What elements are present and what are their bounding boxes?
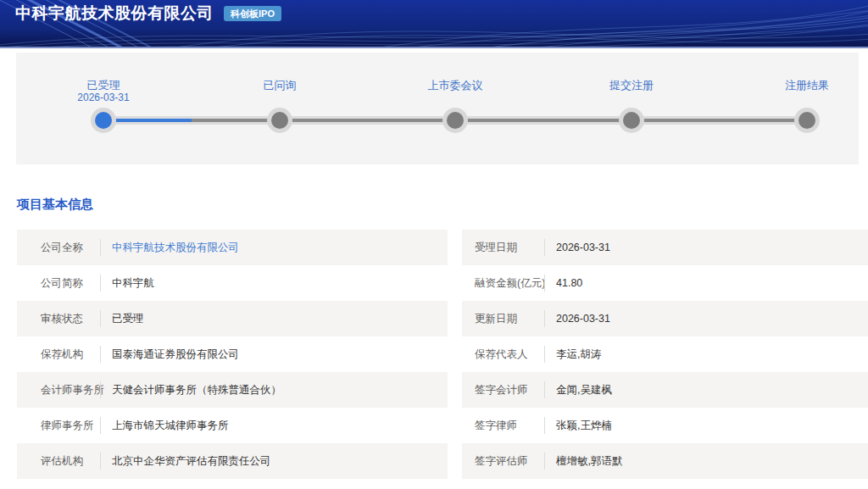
timeline-step-accepted: 已受理 2026-03-31 <box>40 79 167 103</box>
field-value: 41.80 <box>545 277 582 289</box>
field-label: 更新日期 <box>462 312 544 326</box>
step-label: 上市委会议 <box>392 79 519 92</box>
table-row: 审核状态 已受理 <box>17 301 448 336</box>
table-row: 公司全称 中科宇航技术股份有限公司 <box>17 230 448 265</box>
field-label: 签字评估师 <box>462 454 544 469</box>
section-title-basic-info: 项目基本信息 <box>17 197 93 213</box>
table-row: 融资金额(亿元) 41.80 <box>462 265 868 301</box>
table-row: 更新日期 2026-03-31 <box>462 301 868 336</box>
table-row: 评估机构 北京中企华资产评估有限责任公司 <box>17 443 448 479</box>
timeline-card: 已受理 2026-03-31 已问询 上市委会议 提交注册 注册结果 <box>16 53 859 164</box>
field-label: 签字会计师 <box>462 383 544 397</box>
field-value: 北京中企华资产评估有限责任公司 <box>101 454 271 469</box>
market-ipo-badge: 科创板IPO <box>224 6 281 21</box>
table-row: 受理日期 2026-03-31 <box>462 230 868 265</box>
field-value: 2026-03-31 <box>545 242 610 253</box>
table-row: 签字律师 张颖,王烨楠 <box>462 408 868 443</box>
node-dot <box>95 112 112 129</box>
table-row: 公司简称 中科宇航 <box>17 265 448 301</box>
node-dot <box>447 112 464 129</box>
timeline-step-inquired: 已问询 <box>216 79 343 92</box>
node-dot <box>271 112 288 129</box>
basic-info-table-right: 受理日期 2026-03-31 融资金额(亿元) 41.80 更新日期 2026… <box>462 230 868 479</box>
basic-info-table-left: 公司全称 中科宇航技术股份有限公司 公司简称 中科宇航 审核状态 已受理 保荐机… <box>17 230 448 479</box>
field-value: 已受理 <box>101 312 144 326</box>
field-value: 张颖,王烨楠 <box>545 419 612 433</box>
page-title: 中科宇航技术股份有限公司 <box>15 3 214 24</box>
field-label: 公司全称 <box>17 241 100 255</box>
field-label: 会计师事务所 <box>17 383 100 397</box>
table-row: 会计师事务所 天健会计师事务所（特殊普通合伙） <box>17 372 448 408</box>
timeline-step-submit-registration: 提交注册 <box>568 79 695 92</box>
field-label: 受理日期 <box>462 241 544 255</box>
timeline-step-committee-meeting: 上市委会议 <box>392 79 519 92</box>
node-dot <box>798 112 815 129</box>
table-row: 保荐代表人 李运,胡涛 <box>462 336 868 372</box>
table-row: 签字评估师 檀增敏,郭语默 <box>462 443 868 479</box>
field-label: 律师事务所 <box>17 419 100 433</box>
page-header: 中科宇航技术股份有限公司 科创板IPO <box>0 0 868 48</box>
field-label: 签字律师 <box>462 419 544 433</box>
timeline-progress-bar <box>103 119 192 122</box>
step-label: 注册结果 <box>743 79 868 92</box>
table-row: 律师事务所 上海市锦天城律师事务所 <box>17 408 448 443</box>
timeline-node-submit-registration <box>619 108 644 133</box>
field-label: 公司简称 <box>17 276 100 291</box>
field-label: 保荐代表人 <box>462 347 544 362</box>
table-row: 签字会计师 金闻,吴建枫 <box>462 372 868 408</box>
field-value: 2026-03-31 <box>545 313 610 325</box>
step-label: 已问询 <box>216 79 343 92</box>
timeline-node-registration-result <box>794 108 820 133</box>
timeline-node-committee-meeting <box>442 108 468 133</box>
timeline-node-accepted <box>91 108 116 133</box>
field-value: 李运,胡涛 <box>545 347 601 362</box>
node-dot <box>623 112 640 129</box>
field-value: 上海市锦天城律师事务所 <box>101 419 229 433</box>
company-name-link[interactable]: 中科宇航技术股份有限公司 <box>101 241 239 255</box>
step-label: 已受理 <box>40 79 167 92</box>
field-label: 审核状态 <box>17 312 100 326</box>
field-label: 保荐机构 <box>17 347 100 362</box>
field-value: 檀增敏,郭语默 <box>545 454 622 469</box>
field-value: 天健会计师事务所（特殊普通合伙） <box>101 383 281 397</box>
field-label: 融资金额(亿元) <box>462 276 544 291</box>
step-date: 2026-03-31 <box>40 92 167 103</box>
field-value: 国泰海通证券股份有限公司 <box>101 347 239 362</box>
table-row: 保荐机构 国泰海通证券股份有限公司 <box>17 336 448 372</box>
step-label: 提交注册 <box>568 79 695 92</box>
field-label: 评估机构 <box>17 454 100 469</box>
field-value: 中科宇航 <box>101 276 154 291</box>
timeline-step-registration-result: 注册结果 <box>743 79 868 92</box>
field-value: 金闻,吴建枫 <box>545 383 612 397</box>
timeline-node-inquired <box>267 108 292 133</box>
